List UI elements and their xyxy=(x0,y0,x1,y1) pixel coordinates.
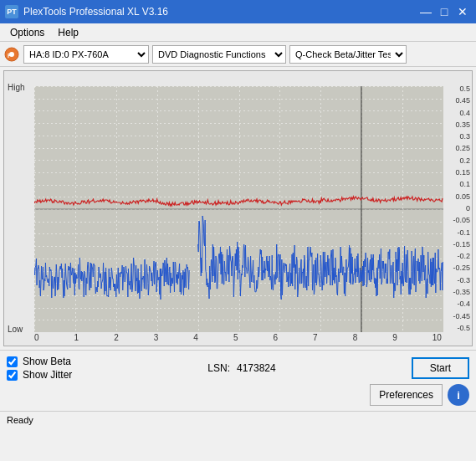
maximize-button[interactable]: □ xyxy=(436,3,453,20)
device-select[interactable]: HA:8 ID:0 PX-760A xyxy=(23,45,149,64)
right-controls: Preferences i xyxy=(370,384,469,406)
status-text: Ready xyxy=(7,415,33,425)
menu-bar: Options Help xyxy=(0,23,476,42)
y-axis-right: 0.5 0.45 0.4 0.35 0.3 0.25 0.2 0.15 0.1 … xyxy=(453,85,470,332)
info-button[interactable]: i xyxy=(448,384,469,406)
preferences-button[interactable]: Preferences xyxy=(370,384,443,406)
menu-help[interactable]: Help xyxy=(51,23,85,41)
status-bar: Ready xyxy=(0,411,476,428)
show-beta-label[interactable]: Show Beta xyxy=(23,356,71,367)
lsn-label: LSN: xyxy=(207,362,230,374)
minimize-button[interactable]: — xyxy=(417,3,434,20)
toolbar: P HA:8 ID:0 PX-760A DVD Diagnostic Funct… xyxy=(0,42,476,67)
chart-canvas xyxy=(34,86,443,332)
chart-high-label: High xyxy=(8,83,25,92)
svg-text:P: P xyxy=(8,53,12,59)
chart-low-label: Low xyxy=(8,325,23,334)
show-jitter-label[interactable]: Show Jitter xyxy=(23,369,72,381)
close-button[interactable]: ✕ xyxy=(454,3,471,20)
lsn-value: 4173824 xyxy=(237,362,276,374)
title-buttons: — □ ✕ xyxy=(417,3,471,20)
checkboxes-area: Show Beta Show Jitter xyxy=(7,356,72,381)
show-beta-checkbox[interactable] xyxy=(7,356,18,367)
device-icon: P xyxy=(3,46,20,63)
menu-options[interactable]: Options xyxy=(3,23,51,41)
title-bar: PT PlexTools Professional XL V3.16 — □ ✕ xyxy=(0,0,476,23)
chart-area: High Low 0.5 0.45 0.4 0.35 0.3 0.25 0.2 … xyxy=(3,70,473,346)
lsn-area: LSN: 4173824 xyxy=(207,362,275,374)
title-bar-left: PT PlexTools Professional XL V3.16 xyxy=(5,5,168,18)
app-icon: PT xyxy=(5,5,18,18)
start-button[interactable]: Start xyxy=(412,357,469,379)
x-axis-labels: 0 1 2 3 4 5 6 7 8 9 10 xyxy=(34,333,442,342)
bottom-row2: Preferences i xyxy=(7,384,469,406)
function-select[interactable]: DVD Diagnostic Functions xyxy=(152,45,286,64)
bottom-panel: Show Beta Show Jitter LSN: 4173824 Start… xyxy=(0,350,476,411)
bottom-row1: Show Beta Show Jitter LSN: 4173824 Start xyxy=(7,356,469,381)
test-select[interactable]: Q-Check Beta/Jitter Test xyxy=(289,45,407,64)
show-jitter-checkbox[interactable] xyxy=(7,370,18,381)
window-title: PlexTools Professional XL V3.16 xyxy=(23,6,168,18)
show-beta-row: Show Beta xyxy=(7,356,72,367)
show-jitter-row: Show Jitter xyxy=(7,369,72,381)
